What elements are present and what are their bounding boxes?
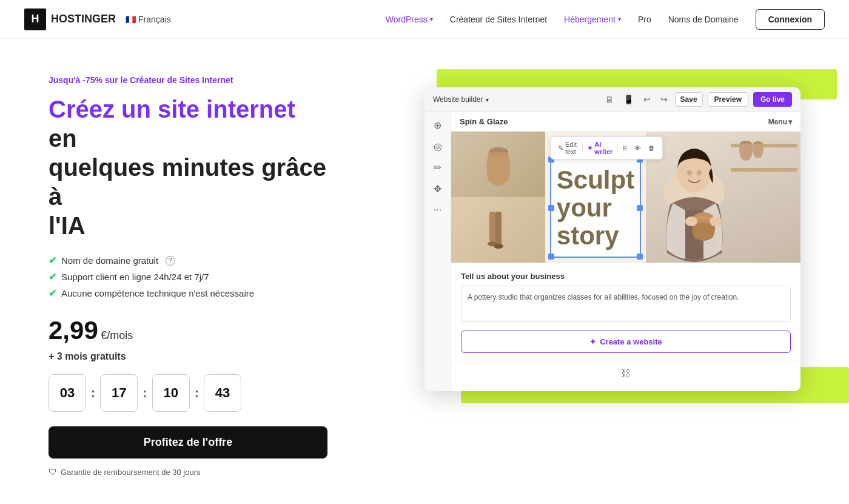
nav-item-pro[interactable]: Pro — [638, 15, 651, 24]
person-svg — [646, 132, 800, 263]
create-website-button[interactable]: ✦ Create a website — [461, 331, 791, 353]
nav-right: WordPress ▾ Créateur de Sites Internet H… — [386, 9, 825, 30]
photo-tools — [451, 197, 545, 263]
edit-text-label: Edit text — [565, 141, 577, 155]
navbar: H HOSTINGER 🇫🇷 Français WordPress ▾ Créa… — [0, 0, 849, 39]
add-icon[interactable]: ⊕ — [434, 119, 441, 131]
divider — [582, 144, 583, 152]
feature-text: Support client en ligne 24h/24 et 7j/7 — [61, 272, 209, 282]
svg-rect-7 — [731, 168, 797, 172]
left-column: Jusqu'à -75% sur le Créateur de Sites In… — [49, 75, 327, 477]
feature-text: Aucune compétence technique n'est nécess… — [61, 288, 254, 298]
layers-icon[interactable]: ◎ — [434, 141, 442, 152]
save-button[interactable]: Save — [675, 92, 703, 107]
photo-vase-1 — [451, 132, 545, 197]
hero-title-rest: enquelques minutes grâce àl'IA — [49, 125, 326, 239]
nav-item-hebergement[interactable]: Hébergement ▾ — [564, 15, 621, 24]
browser-toolbar: Website builder ▾ 🖥 📱 ↩ ↪ Save Preview G… — [424, 87, 800, 112]
countdown-sep: : — [91, 385, 95, 401]
builder-sidebar: ⊕ ◎ ✏ ✥ ··· — [424, 112, 451, 391]
menu-label[interactable]: Menu ▾ — [768, 118, 792, 126]
countdown-seconds: 10 — [152, 374, 190, 412]
cta-button[interactable]: Profitez de l'offre — [49, 426, 327, 459]
lang-label: Français — [138, 15, 171, 24]
sculpt-text: Sculptyour story — [557, 166, 634, 250]
lang-selector[interactable]: 🇫🇷 Français — [126, 15, 171, 24]
svg-point-5 — [494, 244, 503, 249]
resize-handle-br[interactable] — [637, 254, 643, 260]
ai-writer-label: AI writer — [594, 141, 612, 155]
connexion-button[interactable]: Connexion — [756, 9, 825, 30]
ai-form-section: Tell us about your business A pottery st… — [451, 263, 800, 361]
undo-icon[interactable]: ↩ — [641, 93, 653, 106]
eye-icon[interactable]: 👁 — [632, 143, 643, 153]
sparkle-icon: ✦ — [589, 337, 596, 346]
svg-point-16 — [685, 217, 697, 226]
promo-prefix: Jusqu'à — [49, 75, 82, 85]
link-icon[interactable]: ⛓ — [621, 368, 631, 379]
nav-label-wordpress: WordPress — [386, 15, 428, 24]
trash-icon[interactable]: 🗑 — [646, 143, 657, 153]
golive-button[interactable]: Go live — [753, 92, 792, 107]
nav-label-domaine: Noms de Domaine — [668, 15, 739, 24]
price-value: 2,99 — [49, 316, 98, 344]
free-months-label: + 3 mois gratuits — [49, 351, 327, 362]
price-unit: €/mois — [101, 329, 133, 341]
feature-item: ✔ Support client en ligne 24h/24 et 7j/7 — [49, 271, 327, 283]
divider — [617, 144, 618, 152]
nav-item-domaine[interactable]: Noms de Domaine — [668, 15, 739, 24]
main-section: Jusqu'à -75% sur le Créateur de Sites In… — [0, 39, 849, 504]
hero-title: Créez un site internet enquelques minute… — [49, 95, 327, 240]
price-section: 2,99 €/mois — [49, 316, 327, 345]
builder-main: Spin & Glaze Menu ▾ — [451, 112, 800, 391]
feature-item: ✔ Aucune compétence technique n'est néce… — [49, 287, 327, 299]
nav-item-wordpress[interactable]: WordPress ▾ — [386, 15, 433, 24]
edit-icon[interactable]: ✏ — [434, 162, 441, 173]
wb-label: Website builder ▾ — [433, 95, 489, 104]
resize-handle-bl[interactable] — [548, 254, 554, 260]
desktop-icon[interactable]: 🖥 — [603, 93, 616, 106]
chevron-menu-icon: ▾ — [788, 118, 792, 126]
more-icon[interactable]: ··· — [434, 204, 441, 215]
create-btn-label: Create a website — [600, 337, 662, 346]
promo-banner: Jusqu'à -75% sur le Créateur de Sites In… — [49, 75, 327, 85]
countdown-timer: 03 : 17 : 10 : 43 — [49, 374, 327, 412]
ai-textarea[interactable]: A pottery studio that organizes classes … — [461, 286, 791, 322]
guarantee-text: 🛡 Garantie de remboursement de 30 jours — [49, 467, 327, 477]
feature-item: ✔ Nom de domaine gratuit ? — [49, 255, 327, 266]
right-column: Website builder ▾ 🖥 📱 ↩ ↪ Save Preview G… — [412, 75, 825, 391]
browser-window: Website builder ▾ 🖥 📱 ↩ ↪ Save Preview G… — [424, 87, 800, 391]
logo-text: HOSTINGER — [51, 13, 116, 25]
mobile-icon[interactable]: 📱 — [621, 93, 636, 106]
shield-icon: 🛡 — [49, 467, 57, 477]
chevron-down-icon: ▾ — [618, 16, 621, 22]
copy-icon[interactable]: ⎘ — [620, 143, 629, 153]
move-icon[interactable]: ✥ — [434, 183, 441, 195]
nav-label-pro: Pro — [638, 15, 651, 24]
help-icon[interactable]: ? — [166, 256, 175, 266]
preview-button[interactable]: Preview — [708, 92, 748, 107]
content-area: ✎ Edit text ✦ AI writer ⎘ 👁 — [451, 132, 800, 263]
person-photo — [646, 132, 800, 263]
ai-writer-button[interactable]: ✦ AI writer — [585, 139, 615, 156]
sculpt-text-box[interactable]: Sculptyour story — [550, 158, 641, 258]
vase-svg-1 — [477, 140, 520, 189]
resize-handle-ml[interactable] — [548, 205, 554, 211]
wb-label-text: Website builder — [433, 95, 483, 104]
nav-item-createur[interactable]: Créateur de Sites Internet — [450, 15, 547, 24]
logo[interactable]: H HOSTINGER — [24, 8, 116, 30]
countdown-minutes: 17 — [100, 374, 138, 412]
countdown-hours: 03 — [49, 374, 86, 412]
redo-icon[interactable]: ↪ — [658, 93, 670, 106]
edit-text-button[interactable]: ✎ Edit text — [555, 139, 580, 156]
resize-handle-mr[interactable] — [637, 205, 643, 211]
builder-body: ⊕ ◎ ✏ ✥ ··· Spin & Glaze Menu ▾ — [424, 112, 800, 391]
guarantee-label: Garantie de remboursement de 30 jours — [61, 468, 201, 477]
builder-bottom-icon: ⛓ — [451, 361, 800, 385]
feature-text: Nom de domaine gratuit — [61, 255, 158, 266]
flag-icon: 🇫🇷 — [126, 15, 136, 24]
pencil-icon: ✎ — [558, 144, 563, 152]
svg-point-17 — [710, 217, 722, 226]
check-icon: ✔ — [49, 255, 56, 266]
edit-toolbar: ✎ Edit text ✦ AI writer ⎘ 👁 — [550, 136, 663, 160]
